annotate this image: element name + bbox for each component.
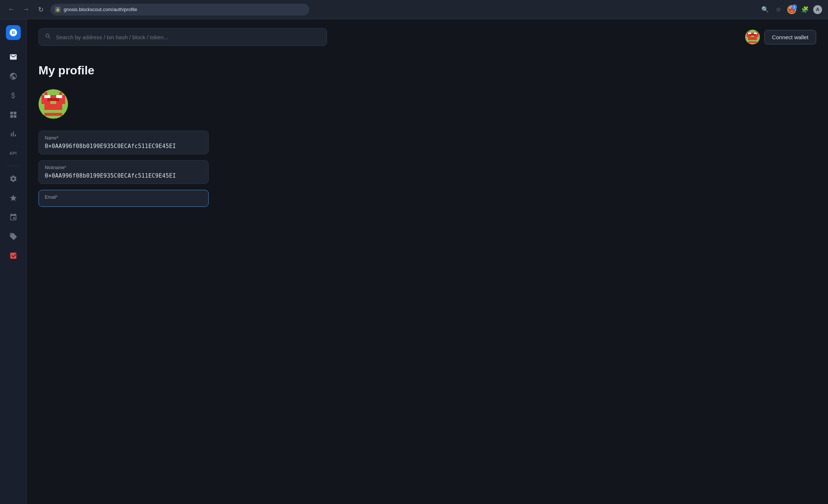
header-profile-avatar[interactable] (745, 30, 760, 44)
svg-rect-8 (790, 12, 794, 13)
svg-rect-24 (44, 95, 50, 98)
svg-rect-26 (47, 98, 59, 101)
site-security-icon: 🔒 (55, 7, 61, 13)
app-logo[interactable] (6, 25, 21, 40)
profile-avatar-large[interactable] (38, 89, 68, 119)
name-value: 0×0AA996f08b0199E935C0ECAfc511EC9E45EI (45, 143, 202, 149)
settings-icon (9, 175, 17, 183)
svg-rect-13 (748, 33, 751, 34)
svg-rect-25 (56, 95, 62, 98)
blocks-icon (9, 111, 17, 119)
avatar-pixel-art (745, 30, 760, 44)
svg-rect-21 (44, 92, 47, 95)
svg-rect-29 (47, 110, 59, 113)
forward-icon: → (23, 6, 29, 13)
svg-rect-10 (748, 31, 750, 33)
sidebar-item-api[interactable]: API (5, 145, 21, 161)
browser-search-button[interactable]: 🔍 (760, 4, 770, 15)
star-icon (9, 194, 17, 202)
tokens-icon (9, 91, 17, 100)
api-label: API (10, 151, 17, 155)
email-label: Email* (45, 195, 202, 200)
sidebar-divider-1 (7, 166, 19, 166)
extension-icon[interactable]: 1 (787, 4, 797, 15)
back-button[interactable]: ← (6, 4, 16, 15)
globe-icon (9, 72, 17, 80)
chrome-user-avatar[interactable]: A (813, 5, 822, 14)
extensions-button[interactable]: 🧩 (800, 4, 810, 15)
svg-rect-16 (751, 36, 754, 37)
email-field[interactable]: Email* (38, 190, 209, 207)
refresh-button[interactable]: ↻ (36, 4, 46, 15)
svg-rect-14 (754, 33, 757, 34)
app-layout: API (0, 19, 828, 504)
connect-wallet-label: Connect wallet (772, 34, 808, 40)
forward-button[interactable]: → (21, 4, 31, 15)
svg-rect-11 (755, 31, 757, 33)
header-actions: Connect wallet (745, 30, 816, 44)
sidebar-item-tags[interactable] (5, 228, 21, 245)
page-title: My profile (38, 64, 816, 77)
sidebar-item-charts[interactable] (5, 126, 21, 142)
svg-rect-15 (750, 34, 755, 36)
nickname-value: 0×0AA996f08b0199E935C0ECAfc511EC9E45EI (45, 172, 202, 179)
charts-icon (9, 130, 17, 138)
url-text: gnosis.blockscout.com/auth/profile (64, 7, 137, 12)
search-icon (45, 33, 51, 41)
sidebar: API (0, 19, 27, 504)
address-bar[interactable]: 🔒 gnosis.blockscout.com/auth/profile (50, 4, 309, 16)
svg-rect-4 (790, 7, 791, 9)
back-icon: ← (8, 6, 14, 13)
header-row: Connect wallet (38, 28, 816, 46)
svg-rect-1 (790, 6, 791, 7)
logo-icon (9, 28, 18, 37)
search-bar[interactable] (38, 28, 327, 46)
svg-rect-19 (748, 41, 757, 43)
health-icon (9, 252, 17, 260)
sidebar-item-watchlist[interactable] (5, 190, 21, 206)
main-content: Connect wallet My profile (27, 19, 828, 504)
svg-rect-7 (791, 11, 793, 12)
profile-avatar-pixel-art (38, 89, 68, 119)
sidebar-item-tokens[interactable] (5, 87, 21, 104)
sidebar-item-private-tags[interactable] (5, 209, 21, 225)
sidebar-item-health[interactable] (5, 248, 21, 264)
sidebar-item-blockchain[interactable] (5, 68, 21, 84)
sidebar-item-blocks[interactable] (5, 107, 21, 123)
name-label: Name* (45, 135, 202, 141)
svg-rect-22 (59, 92, 62, 95)
browser-tools: 🔍 ☆ 1 🧩 A (760, 4, 822, 15)
svg-rect-27 (50, 101, 56, 104)
nickname-label: Nickname* (45, 165, 202, 170)
svg-rect-28 (44, 104, 62, 110)
tag-icon (9, 232, 17, 241)
svg-rect-30 (44, 113, 62, 116)
connect-wallet-button[interactable]: Connect wallet (764, 30, 816, 44)
private-tags-icon (9, 213, 17, 221)
mail-icon (9, 53, 17, 61)
svg-rect-18 (750, 40, 755, 41)
extension-count-badge: 1 (792, 4, 797, 10)
name-field[interactable]: Name* 0×0AA996f08b0199E935C0ECAfc511EC9E… (38, 131, 209, 154)
browser-chrome: ← → ↻ 🔒 gnosis.blockscout.com/auth/profi… (0, 0, 828, 19)
svg-rect-17 (748, 37, 757, 40)
sidebar-item-mail[interactable] (5, 49, 21, 65)
search-input[interactable] (56, 34, 321, 40)
nickname-field[interactable]: Nickname* 0×0AA996f08b0199E935C0ECAfc511… (38, 160, 209, 184)
bookmark-button[interactable]: ☆ (773, 4, 784, 15)
refresh-icon: ↻ (38, 6, 44, 14)
sidebar-item-settings[interactable] (5, 171, 21, 187)
